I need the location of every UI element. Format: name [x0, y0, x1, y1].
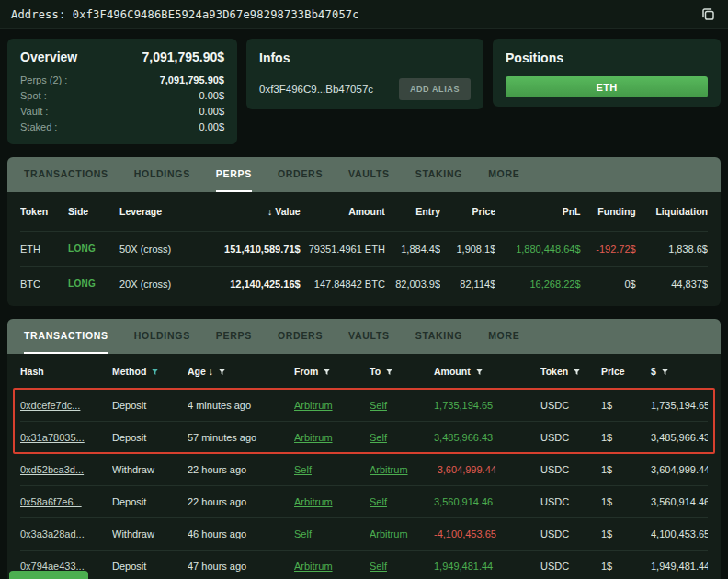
to-link[interactable]: Arbitrum: [370, 528, 408, 539]
hash-link[interactable]: 0xdcefe7dc...: [20, 400, 80, 411]
to-link[interactable]: Self: [370, 432, 387, 443]
amount-cell: 1,949,481.44: [434, 561, 537, 572]
filter-icon[interactable]: [661, 368, 669, 376]
overview-row-perps: Perps (2) : 7,091,795.90$: [20, 73, 224, 88]
from-link[interactable]: Arbitrum: [294, 432, 333, 443]
col-leverage[interactable]: Leverage: [119, 206, 200, 217]
row-label: Spot :: [20, 88, 47, 104]
partial-bottom-button[interactable]: [9, 571, 88, 579]
perps-tab-vaults[interactable]: VAULTS: [348, 157, 390, 192]
short-address: 0xf3F496C9...Bb47057c: [259, 84, 373, 95]
tx-tab-transactions[interactable]: TRANSACTIONS: [24, 319, 108, 354]
perps-tab-more[interactable]: MORE: [488, 157, 519, 192]
hash-link[interactable]: 0x3a3a28ad...: [20, 528, 85, 539]
col-to[interactable]: To: [370, 366, 430, 377]
perps-tab-orders[interactable]: ORDERS: [278, 157, 323, 192]
col-value-sorted[interactable]: ↓ Value: [206, 206, 301, 217]
filter-icon[interactable]: [323, 368, 331, 376]
col-token[interactable]: Token: [540, 366, 597, 377]
tx-row: 0xd52bca3d... Withdraw 22 hours ago Self…: [20, 453, 708, 485]
col-hash[interactable]: Hash: [20, 366, 108, 377]
position-eth-button[interactable]: ETH: [506, 76, 708, 97]
usd-cell: 3,485,966.43$: [651, 432, 708, 443]
hash-link[interactable]: 0xd52bca3d...: [20, 464, 84, 475]
col-side[interactable]: Side: [68, 206, 114, 217]
leverage-cell: 50X (cross): [119, 244, 200, 255]
to-link[interactable]: Self: [370, 561, 387, 572]
col-entry[interactable]: Entry: [391, 206, 440, 217]
col-funding[interactable]: Funding: [586, 206, 636, 217]
row-label: Perps (2) :: [20, 73, 67, 88]
funding-cell: 0$: [586, 278, 636, 290]
perps-tab-holdings[interactable]: HOLDINGS: [134, 157, 190, 192]
col-liquidation[interactable]: Liquidation: [642, 206, 708, 217]
usd-cell: 1,949,481.44$: [651, 561, 708, 572]
tx-tab-holdings[interactable]: HOLDINGS: [134, 319, 190, 354]
filter-icon[interactable]: [218, 368, 226, 376]
hash-link[interactable]: 0x31a78035...: [20, 432, 85, 443]
usd-cell: 4,100,453.65$: [651, 528, 708, 539]
row-value: 0.00$: [199, 88, 224, 104]
token-cell: USDC: [540, 561, 597, 572]
col-amount[interactable]: Amount: [306, 206, 385, 217]
to-link[interactable]: Self: [370, 496, 387, 507]
col-method[interactable]: Method: [112, 366, 184, 377]
overview-total: 7,091,795.90$: [142, 50, 224, 64]
perps-row-eth: ETH LONG 50X (cross) 151,410,589.71$ 793…: [20, 231, 708, 266]
to-link[interactable]: Arbitrum: [370, 464, 408, 475]
token-cell: BTC: [20, 278, 63, 290]
age-cell: 4 minutes ago: [188, 400, 290, 411]
col-usd[interactable]: $: [651, 366, 708, 377]
add-alias-button[interactable]: ADD ALIAS: [399, 78, 471, 100]
tx-tab-perps[interactable]: PERPS: [216, 319, 252, 354]
positions-title: Positions: [506, 51, 563, 65]
col-token[interactable]: Token: [20, 206, 63, 217]
filter-icon[interactable]: [573, 368, 581, 376]
from-link[interactable]: Self: [294, 464, 312, 475]
col-amount[interactable]: Amount: [434, 366, 537, 377]
price-cell: 1$: [601, 561, 647, 572]
amount-cell: -4,100,453.65: [434, 528, 537, 539]
funding-cell: -192.72$: [586, 244, 636, 255]
amount-cell: -3,604,999.44: [434, 464, 537, 475]
row-value: 0.00$: [199, 119, 224, 135]
perps-tab-transactions[interactable]: TRANSACTIONS: [24, 157, 108, 192]
hash-link[interactable]: 0x58a6f7e6...: [20, 496, 82, 507]
tx-tab-staking[interactable]: STAKING: [415, 319, 462, 354]
tx-tab-orders[interactable]: ORDERS: [278, 319, 323, 354]
value-cell: 151,410,589.71$: [206, 244, 301, 255]
method-cell: Deposit: [112, 496, 184, 507]
usd-cell: 3,604,999.44$: [651, 464, 708, 475]
price-cell: 1$: [601, 528, 647, 539]
to-link[interactable]: Self: [370, 400, 387, 411]
tx-row: 0xdcefe7dc... Deposit 4 minutes ago Arbi…: [20, 389, 708, 421]
perps-tab-staking[interactable]: STAKING: [415, 157, 462, 192]
col-from[interactable]: From: [294, 366, 366, 377]
perps-tab-perps[interactable]: PERPS: [216, 157, 252, 192]
filter-icon[interactable]: [385, 368, 393, 376]
token-cell: USDC: [540, 496, 597, 507]
from-link[interactable]: Arbitrum: [294, 496, 333, 507]
token-cell: USDC: [540, 432, 597, 443]
tx-tab-bar: TRANSACTIONS HOLDINGS PERPS ORDERS VAULT…: [7, 319, 721, 354]
filter-icon[interactable]: [475, 368, 483, 376]
col-price[interactable]: Price: [601, 366, 647, 377]
age-cell: 47 hours ago: [188, 561, 290, 572]
perps-table-header: Token Side Leverage ↓ Value Amount Entry…: [20, 192, 708, 231]
from-link[interactable]: Self: [294, 528, 312, 539]
from-link[interactable]: Arbitrum: [294, 400, 333, 411]
amount-cell: 3,485,966.43: [434, 432, 537, 443]
overview-title: Overview: [20, 50, 77, 64]
tx-tab-vaults[interactable]: VAULTS: [348, 319, 390, 354]
col-pnl[interactable]: PnL: [501, 206, 580, 217]
col-price[interactable]: Price: [446, 206, 495, 217]
tx-tab-more[interactable]: MORE: [488, 319, 519, 354]
row-value: 7,091,795.90$: [160, 73, 224, 88]
col-age[interactable]: Age ↓: [188, 366, 290, 377]
filter-icon[interactable]: [151, 368, 159, 376]
positions-card: Positions ETH: [493, 39, 721, 107]
from-link[interactable]: Arbitrum: [294, 561, 333, 572]
tx-row: 0x58a6f7e6... Deposit 22 hours ago Arbit…: [20, 485, 708, 517]
token-cell: USDC: [540, 400, 597, 411]
copy-address-button[interactable]: [699, 6, 717, 24]
